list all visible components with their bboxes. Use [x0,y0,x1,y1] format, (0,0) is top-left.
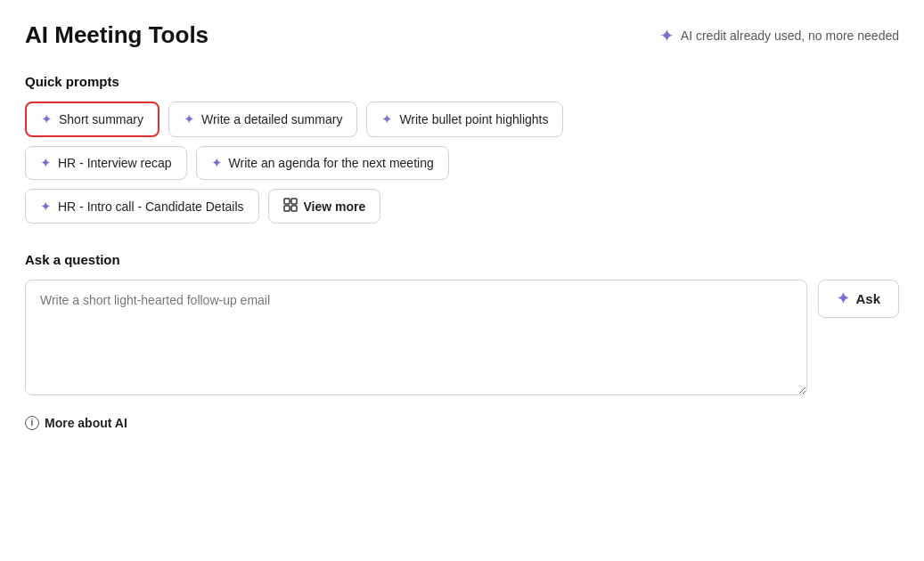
footer: i More about AI [25,413,899,430]
page-title: AI Meeting Tools [25,21,209,49]
prompts-row-1: ✦ Short summary ✦ Write a detailed summa… [25,102,899,137]
ai-credit-badge: ✦ AI credit already used, no more needed [659,25,899,46]
svg-rect-2 [284,206,290,211]
prompt-bullet-highlights[interactable]: ✦ Write bullet point highlights [366,102,563,137]
sparkle-icon: ✦ [41,111,53,127]
grid-icon [283,198,298,215]
ask-button[interactable]: ✦ Ask [818,280,899,318]
prompt-bullet-highlights-label: Write bullet point highlights [399,112,548,126]
prompt-detailed-summary-label: Write a detailed summary [201,112,342,126]
sparkle-icon: ✦ [837,289,849,308]
more-about-ai-label: More about AI [45,416,127,430]
ai-credit-text: AI credit already used, no more needed [681,28,899,43]
prompt-agenda-next-meeting[interactable]: ✦ Write an agenda for the next meeting [196,146,449,180]
quick-prompts-label: Quick prompts [25,74,899,89]
prompt-detailed-summary[interactable]: ✦ Write a detailed summary [168,102,357,137]
prompt-hr-interview-recap[interactable]: ✦ HR - Interview recap [25,146,187,180]
prompt-hr-interview-recap-label: HR - Interview recap [58,156,172,170]
svg-rect-1 [291,199,297,204]
svg-rect-0 [284,199,290,204]
prompt-short-summary[interactable]: ✦ Short summary [25,102,159,137]
ask-section-label: Ask a question [25,252,899,267]
prompts-row-2: ✦ HR - Interview recap ✦ Write an agenda… [25,146,899,180]
ask-textarea[interactable] [25,280,807,395]
ask-button-label: Ask [855,291,880,306]
prompt-agenda-next-meeting-label: Write an agenda for the next meeting [229,156,434,170]
sparkle-icon: ✦ [659,25,675,46]
view-more-label: View more [304,199,366,214]
prompt-short-summary-label: Short summary [59,112,143,126]
sparkle-icon: ✦ [184,111,195,127]
sparkle-icon: ✦ [40,155,52,171]
prompt-hr-intro-call-label: HR - Intro call - Candidate Details [58,199,244,214]
prompt-hr-intro-call[interactable]: ✦ HR - Intro call - Candidate Details [25,189,259,224]
ask-row: ✦ Ask [25,280,899,395]
header-row: AI Meeting Tools ✦ AI credit already use… [25,21,899,49]
ask-section: Ask a question ✦ Ask [25,252,899,395]
prompts-row-3: ✦ HR - Intro call - Candidate Details Vi… [25,189,899,224]
view-more-button[interactable]: View more [268,189,381,224]
sparkle-icon: ✦ [381,111,393,127]
more-about-ai-button[interactable]: i More about AI [25,416,127,430]
info-icon: i [25,416,39,430]
svg-rect-3 [291,206,297,211]
sparkle-icon: ✦ [40,199,52,215]
sparkle-icon: ✦ [211,155,223,171]
quick-prompts-section: Quick prompts ✦ Short summary ✦ Write a … [25,74,899,224]
